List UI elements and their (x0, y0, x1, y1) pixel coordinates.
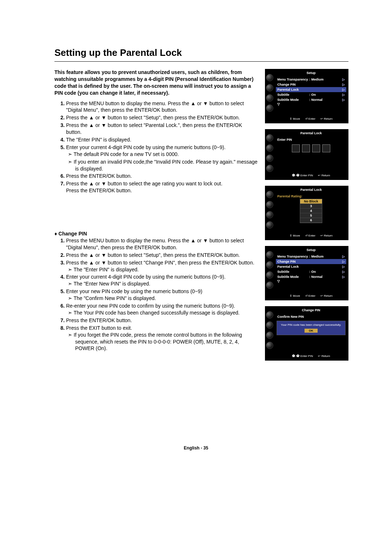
note: If you enter an invalid PIN code,the "In… (66, 159, 258, 172)
enter-pin-hint: ⓿~❾ Enter PIN (292, 174, 313, 177)
page-footer: English - 35 (0, 445, 392, 451)
step: Enter your current 4-digit PIN code by u… (66, 274, 258, 287)
step: Press the EXIT button to exit. If you fo… (66, 325, 258, 352)
osd-row[interactable]: Menu Transparency: Medium▷ (276, 77, 346, 82)
osd-setup-changepin: Setup Menu Transparency: Medium▷ Change … (265, 246, 348, 300)
osd-title: Parental Lock (276, 131, 346, 137)
osd-enter-pin: Parental Lock Enter PIN ⓿~❾ Enter PIN ↩ … (265, 129, 348, 180)
return-hint: ↩ Return (318, 354, 330, 358)
step: Press the MENU button to display the men… (66, 100, 258, 114)
enter-hint: ⏎ Enter (305, 117, 315, 120)
subsection-heading: Change PIN (54, 230, 258, 237)
osd-title: Setup (276, 247, 346, 254)
osd-footer: ⇕ Move ⏎ Enter ↩ Return (276, 115, 346, 121)
move-hint: ⇕ Move (290, 234, 300, 237)
globe-icon (266, 311, 273, 319)
pin-digit[interactable] (312, 144, 320, 152)
osd-title: Parental Lock (276, 187, 346, 194)
step: Press the ENTER/OK button. (66, 317, 258, 324)
step: Enter your new PIN code by using the num… (66, 288, 258, 302)
steps-list-1: Press the MENU button to display the men… (54, 100, 258, 194)
misc-icon (266, 342, 273, 349)
chevron-right-icon: ▷ (342, 83, 345, 86)
rating-list[interactable]: No Block 3 4 5 6 (300, 199, 322, 223)
osd-title: Change PIN (276, 308, 346, 314)
osd-row[interactable]: Subtitle: On▷ (276, 269, 346, 274)
disc-icon (266, 321, 273, 329)
osd-setup-parental: Setup Menu Transparency: Medium▷ Change … (265, 69, 348, 123)
disc-icon (266, 261, 273, 268)
page-title: Setting up the Parental Lock (54, 47, 348, 58)
disc-icon (266, 144, 273, 152)
chevron-right-icon: ▷ (342, 93, 345, 96)
osd-row[interactable]: Menu Transparency: Medium▷ (276, 254, 346, 259)
osd-row[interactable]: Subtitle Mode: Normal▷ (276, 97, 346, 102)
note: If you forget the PIN code, press the re… (66, 332, 258, 352)
disc-icon (266, 201, 273, 208)
pin-digit[interactable] (302, 144, 310, 152)
osd-row[interactable]: Subtitle Mode: Normal▷ (276, 274, 346, 279)
enter-pin-hint: ⓿~❾ Enter PIN (292, 354, 313, 358)
gear-icon (266, 332, 273, 339)
note: The "Confirm New PIN" is displayed. (66, 295, 258, 302)
rating-option[interactable]: 5 (300, 213, 322, 218)
success-dialog: Your PIN code has been changed successfu… (277, 321, 346, 335)
misc-icon (266, 104, 273, 112)
body-text: This feature allows you to prevent unaut… (54, 69, 258, 361)
steps-list-2: Press the MENU button to display the men… (54, 237, 258, 352)
misc-icon (266, 221, 273, 229)
step: Press the ▲ or ▼ button to select the ag… (66, 180, 258, 194)
misc-icon (266, 165, 273, 172)
dialog-text: Your PIN code has been changed successfu… (281, 323, 341, 326)
gear-icon (266, 211, 273, 218)
osd-row-selected[interactable]: Parental Lock▷ (276, 87, 346, 92)
osd-column: Setup Menu Transparency: Medium▷ Change … (265, 69, 348, 361)
title-rule (54, 61, 348, 62)
enter-pin-label: Enter PIN (276, 137, 346, 142)
note: The Your PIN code has been changed succe… (66, 309, 258, 316)
rating-option[interactable]: 3 (300, 204, 322, 209)
pin-digit[interactable] (292, 144, 300, 152)
step: The "Enter PIN" is displayed. (66, 136, 258, 143)
globe-icon (266, 191, 273, 198)
rating-option[interactable]: 4 (300, 209, 322, 213)
osd-row-selected[interactable]: Change PIN▷ (276, 259, 346, 264)
rating-option[interactable]: 6 (300, 218, 322, 223)
gear-icon (266, 155, 273, 162)
gear-icon (266, 94, 273, 102)
osd-rating-list: Parental Lock Parental Rating: No Block … (265, 186, 348, 240)
enter-hint: ⏎ Enter (305, 294, 315, 297)
osd-changepin-success: Change PIN Confirm New PIN Your PIN code… (265, 306, 348, 361)
return-hint: ↩ Return (320, 234, 332, 237)
step: Press the ▲ or ▼ button to select "Chang… (66, 259, 258, 273)
step: Enter your current 4-digit PIN code by u… (66, 144, 258, 172)
step: Re-enter your new PIN code to confirm by… (66, 303, 258, 316)
note: The default PIN code for a new TV set is… (66, 151, 258, 158)
pin-input-row[interactable] (276, 144, 346, 152)
chevron-right-icon: ▷ (342, 98, 345, 102)
return-hint: ↩ Return (320, 294, 332, 297)
return-hint: ↩ Return (318, 174, 330, 177)
chevron-down-icon: ▽ (276, 102, 346, 106)
osd-title: Setup (276, 70, 346, 77)
globe-icon (266, 74, 273, 81)
step: Press the ENTER/OK button. (66, 173, 258, 180)
rating-option-selected[interactable]: No Block (300, 199, 322, 204)
globe-icon (266, 251, 273, 258)
ok-button[interactable]: OK (305, 329, 318, 333)
step: Press the ▲ or ▼ button to select "Setup… (66, 114, 258, 121)
osd-row[interactable]: Change PIN▷ (276, 82, 346, 87)
step: Press the MENU button to display the men… (66, 237, 258, 251)
enter-hint: ⏎ Enter (305, 234, 315, 237)
return-hint: ↩ Return (320, 117, 332, 120)
chevron-right-icon: ▷ (342, 78, 345, 81)
note: The "Enter PIN" is displayed. (66, 266, 258, 273)
move-hint: ⇕ Move (290, 117, 300, 120)
step: Press the ▲ or ▼ button to select "Setup… (66, 252, 258, 259)
osd-row[interactable]: Parental Lock▷ (276, 264, 346, 269)
pin-digit[interactable] (322, 144, 330, 152)
misc-icon (266, 282, 273, 289)
chevron-right-icon: ▷ (342, 88, 345, 91)
confirm-label: Confirm New PIN (276, 314, 346, 319)
osd-row[interactable]: Subtitle: On▷ (276, 92, 346, 97)
